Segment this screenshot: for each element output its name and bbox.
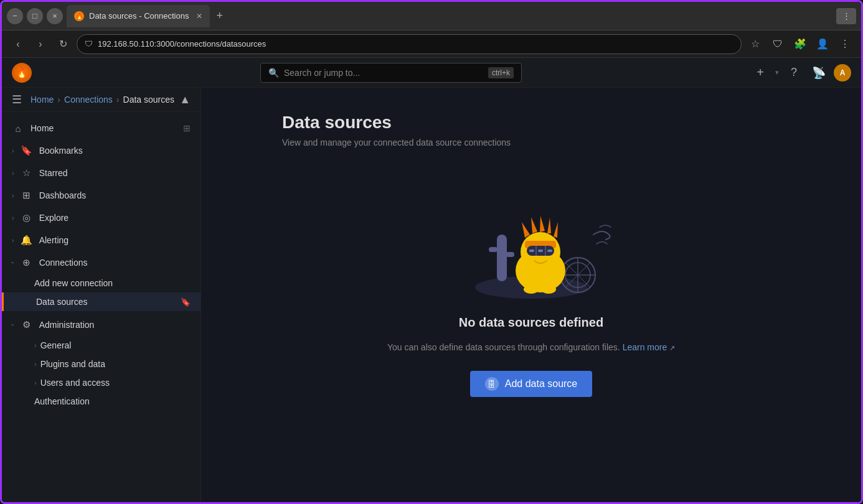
sidebar-item-starred[interactable]: › ☆ Starred <box>2 162 200 184</box>
browser-minimize[interactable]: − <box>7 8 23 24</box>
topbar-actions: + ▾ ? 📡 A <box>750 63 851 83</box>
auth-label: Authentication <box>34 396 191 406</box>
alerting-icon: 🔔 <box>21 234 33 246</box>
back-button[interactable]: ‹ <box>9 35 27 53</box>
browser-frame: − □ × 🔥 Data sources - Connections ✕ + ⋮… <box>0 0 863 504</box>
active-tab[interactable]: 🔥 Data sources - Connections ✕ <box>67 5 210 27</box>
connections-icon: ⊕ <box>21 256 33 269</box>
url-port: :3000 <box>154 39 174 49</box>
data-sources-label: Data sources <box>36 297 181 307</box>
external-link-icon: ↗ <box>669 344 675 352</box>
sidebar-item-dashboards-label: Dashboards <box>39 190 191 200</box>
add-datasource-button[interactable]: 🗄 Add data source <box>470 371 593 397</box>
shield-button[interactable]: 🛡 <box>769 35 786 53</box>
home-icon: ⌂ <box>12 122 24 134</box>
sidebar-item-add-connection[interactable]: Add new connection <box>2 274 200 292</box>
page-title: Data sources <box>282 113 780 133</box>
sidebar-item-bookmarks[interactable]: › 🔖 Bookmarks <box>2 139 200 162</box>
account-button[interactable]: 👤 <box>814 35 831 53</box>
breadcrumb-connections[interactable]: Connections <box>64 95 113 105</box>
svg-marker-14 <box>522 222 530 238</box>
add-button[interactable]: + <box>750 63 770 83</box>
database-icon: 🗄 <box>485 377 499 391</box>
url-host: 192.168.50.110 <box>98 39 154 49</box>
bookmarks-chevron: › <box>12 147 14 154</box>
sidebar-item-alerting-label: Alerting <box>39 235 191 245</box>
search-placeholder: Search or jump to... <box>284 68 360 78</box>
browser-controls: ‹ › ↻ 🛡 192.168.50.110:3000/connections/… <box>2 30 861 58</box>
main-area: ☰ Home › Connections › Data sources ▲ ⌂ … <box>2 88 861 502</box>
general-chevron: › <box>34 342 37 349</box>
sidebar-item-plugins[interactable]: › Plugins and data <box>2 355 200 373</box>
svg-rect-7 <box>497 235 507 281</box>
breadcrumb-current: Data sources <box>123 95 174 105</box>
svg-marker-18 <box>554 222 558 238</box>
svg-rect-8 <box>489 247 498 252</box>
starred-chevron: › <box>12 169 14 177</box>
svg-marker-15 <box>531 217 537 233</box>
explore-icon: ◎ <box>21 212 33 224</box>
sidebar-item-administration[interactable]: › ⚙ Administration <box>2 314 200 336</box>
sidebar-item-starred-label: Starred <box>39 168 191 178</box>
app-container: 🔥 🔍 Search or jump to... ctrl+k + ▾ ? 📡 … <box>2 58 861 502</box>
browser-close[interactable]: × <box>47 8 63 24</box>
address-bar[interactable]: 🛡 192.168.50.110:3000/connections/dataso… <box>77 34 742 54</box>
reload-button[interactable]: ↻ <box>54 35 72 53</box>
breadcrumb: ☰ Home › Connections › Data sources ▲ <box>2 88 200 112</box>
breadcrumb-sep-1: › <box>57 95 60 105</box>
extensions-button[interactable]: 🧩 <box>791 35 809 53</box>
users-chevron: › <box>34 379 37 386</box>
svg-rect-10 <box>506 252 514 257</box>
search-bar[interactable]: 🔍 Search or jump to... ctrl+k <box>260 63 522 83</box>
help-button[interactable]: ? <box>784 63 804 83</box>
svg-point-26 <box>524 285 539 294</box>
sidebar-item-users[interactable]: › Users and access <box>2 373 200 392</box>
sidebar-item-explore[interactable]: › ◎ Explore <box>2 207 200 229</box>
user-avatar[interactable]: A <box>834 64 851 82</box>
connections-chevron: › <box>9 261 17 264</box>
browser-menu-button[interactable]: ⋮ <box>836 8 856 24</box>
svg-rect-24 <box>538 250 543 252</box>
learn-more-link[interactable]: Learn more <box>623 342 667 352</box>
search-icon: 🔍 <box>268 68 279 78</box>
explore-chevron: › <box>12 214 14 222</box>
general-label: General <box>40 340 191 350</box>
bookmark-page-button[interactable]: ☆ <box>747 35 764 53</box>
sidebar-item-explore-label: Explore <box>39 213 191 223</box>
empty-state-desc: You can also define data sources through… <box>387 342 675 352</box>
app-topbar: 🔥 🔍 Search or jump to... ctrl+k + ▾ ? 📡 … <box>2 58 861 88</box>
sidebar-item-home[interactable]: ⌂ Home ⊞ <box>2 117 200 139</box>
empty-state: No data sources defined You can also def… <box>387 179 675 397</box>
sidebar-item-connections[interactable]: › ⊕ Connections <box>2 251 200 274</box>
page-header: Data sources View and manage your connec… <box>282 113 780 147</box>
sidebar-item-authentication[interactable]: Authentication <box>2 392 200 411</box>
browser-maximize[interactable]: □ <box>27 8 43 24</box>
sidebar-item-connections-label: Connections <box>39 258 191 268</box>
sidebar-item-administration-label: Administration <box>39 320 191 330</box>
forward-button[interactable]: › <box>32 35 49 53</box>
sidebar-collapse-button[interactable]: ▲ <box>179 93 191 106</box>
security-icon: 🛡 <box>85 39 93 49</box>
breadcrumb-home[interactable]: Home <box>31 95 54 105</box>
layout-icon: ⊞ <box>183 123 191 133</box>
browser-titlebar: − □ × 🔥 Data sources - Connections ✕ + ⋮ <box>2 2 861 30</box>
url-display: 192.168.50.110:3000/connections/datasour… <box>98 39 266 49</box>
data-sources-bookmark-icon[interactable]: 🔖 <box>181 297 191 307</box>
broadcast-button[interactable]: 📡 <box>809 63 829 83</box>
add-datasource-label: Add data source <box>505 378 578 390</box>
empty-desc-text: You can also define data sources through… <box>387 342 620 352</box>
starred-icon: ☆ <box>21 167 33 179</box>
sidebar-toggle-button[interactable]: ☰ <box>12 93 22 106</box>
grafana-logo[interactable]: 🔥 <box>12 63 32 83</box>
new-tab-button[interactable]: + <box>212 9 227 22</box>
add-connection-label: Add new connection <box>34 278 191 288</box>
tab-close-button[interactable]: ✕ <box>196 12 202 21</box>
sidebar-item-dashboards[interactable]: › ⊞ Dashboards <box>2 184 200 207</box>
browser-menu-dots[interactable]: ⋮ <box>836 35 854 53</box>
empty-state-illustration <box>444 179 618 303</box>
sidebar-item-alerting[interactable]: › 🔔 Alerting <box>2 229 200 251</box>
dashboards-chevron: › <box>12 192 14 199</box>
sidebar-item-general[interactable]: › General <box>2 336 200 355</box>
svg-rect-11 <box>498 249 502 258</box>
sidebar-item-data-sources[interactable]: Data sources 🔖 <box>2 292 200 311</box>
